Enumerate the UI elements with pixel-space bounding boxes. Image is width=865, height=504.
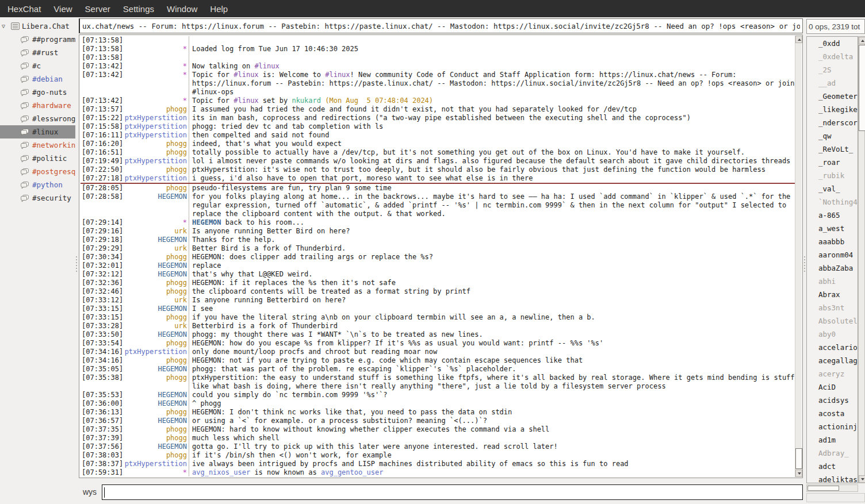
user-list-item[interactable]: a_west <box>807 222 858 235</box>
nick <box>124 53 189 62</box>
chat-message: [07:32:36]phoggHEGEMON: if it replaces t… <box>81 279 795 287</box>
user-list-item[interactable]: _0xdelta <box>807 50 858 63</box>
user-list-pane: _0xdd_0xdelta_2S__ad_Geometer_likegike_n… <box>806 36 865 504</box>
user-list-item[interactable]: _0xdd <box>807 37 858 50</box>
timestamp: [07:13:58] <box>81 45 124 53</box>
user-list-item[interactable]: _ReVoLt_ <box>807 143 858 156</box>
right-pane-resize-handle[interactable] <box>803 255 806 274</box>
channel-row[interactable]: ##rust <box>0 46 75 59</box>
user-list-item[interactable]: abbaZaba <box>807 261 858 275</box>
user-list[interactable]: _0xdd_0xdelta_2S__ad_Geometer_likegike_n… <box>806 36 858 483</box>
user-list-item[interactable]: aaronm04 <box>807 248 858 261</box>
menu-bar: HexChatViewServerSettingsWindowHelp <box>0 0 865 17</box>
user-list-item[interactable]: a-865 <box>807 209 858 222</box>
menu-item[interactable]: Server <box>79 1 117 17</box>
user-list-item[interactable]: abhi <box>807 275 858 288</box>
userlist-hscrollbar[interactable] <box>806 484 858 492</box>
channel-row[interactable]: #linux <box>0 125 75 138</box>
user-list-item[interactable]: _rubik <box>807 169 858 182</box>
user-list-item[interactable]: acegallag <box>807 354 858 367</box>
user-list-item[interactable]: Adbray_ <box>807 447 858 460</box>
user-list-item[interactable]: actioninj <box>807 420 858 433</box>
userlist-scrollbar[interactable] <box>858 36 865 483</box>
server-row[interactable]: ▽ Libera.Chat <box>0 19 75 33</box>
user-list-item[interactable]: __ad <box>807 76 858 90</box>
user-list-item[interactable]: adeliktas <box>807 473 858 483</box>
topic-bar-input[interactable] <box>79 18 803 33</box>
chat-message: [07:30:34]phoggHEGEMON: does clipper add… <box>81 253 795 261</box>
user-list-item[interactable]: accelario <box>807 341 858 354</box>
timestamp: [07:34:16] <box>81 348 124 356</box>
chat-scrollbar-thumb[interactable] <box>795 448 802 469</box>
channel-row[interactable]: #c <box>0 59 75 72</box>
hexchat-window: HexChatViewServerSettingsWindowHelp ▽ Li… <box>0 0 865 504</box>
timestamp: [07:59:31] <box>81 468 124 476</box>
timestamp: [07:32:12] <box>81 270 124 279</box>
user-list-item[interactable]: aceryz <box>807 367 858 380</box>
menu-item[interactable]: Window <box>160 1 204 17</box>
user-list-item[interactable]: Absolutel <box>807 314 858 328</box>
menu-item[interactable]: Settings <box>117 1 160 17</box>
channel-row[interactable]: #networking <box>0 138 75 152</box>
chat-message: [07:32:01]HEGEMONreplace <box>81 261 795 270</box>
scroll-down-icon[interactable] <box>795 470 802 477</box>
timestamp: [07:38:37] <box>81 460 124 468</box>
user-list-item[interactable]: `Nothing4 <box>807 195 858 209</box>
scroll-down-icon[interactable] <box>859 475 865 483</box>
channel-row[interactable]: #go-nuts <box>0 86 75 99</box>
chat-message: [07:28:05]phoggpseudo-filesystems are fu… <box>81 184 795 193</box>
channel-row[interactable]: #security <box>0 191 75 205</box>
message-input[interactable] <box>102 484 803 500</box>
chat-scrollbar[interactable] <box>795 36 802 477</box>
channel-row[interactable]: #debian <box>0 72 75 86</box>
chat-message: [07:32:12]HEGEMONthat's why that L@@KED … <box>81 270 795 279</box>
channel-row[interactable]: #politic <box>0 152 75 165</box>
timestamp: [07:16:20] <box>81 140 124 148</box>
userlist-hscrollbar-thumb[interactable] <box>807 486 839 491</box>
menu-item[interactable]: HexChat <box>1 1 47 17</box>
userlist-scrollbar-thumb[interactable] <box>859 45 865 131</box>
user-list-item[interactable]: _2S <box>807 63 858 76</box>
timestamp: [07:36:13] <box>81 408 124 417</box>
user-list-item[interactable]: aaabbb <box>807 235 858 248</box>
user-list-item[interactable]: adct <box>807 460 858 473</box>
nick: HEGEMON <box>124 305 189 313</box>
channel-row[interactable]: ##programming <box>0 33 75 46</box>
channel-row[interactable]: #hardware <box>0 99 75 112</box>
timestamp: [07:29:29] <box>81 244 124 253</box>
timestamp: [07:16:51] <box>81 148 124 157</box>
channel-row[interactable]: #lesswrong <box>0 112 75 125</box>
chat-message: [07:33:50]HEGEMONphogg: my thought there… <box>81 330 795 339</box>
channel-row[interactable]: #postgresql <box>0 165 75 178</box>
user-list-item[interactable]: _nderscor <box>807 116 858 129</box>
user-list-item[interactable]: _val_ <box>807 182 858 195</box>
nick: phogg <box>124 374 189 391</box>
user-list-item[interactable]: Abrax <box>807 288 858 301</box>
channel-row[interactable]: #python <box>0 178 75 191</box>
user-list-item[interactable]: acosta <box>807 407 858 420</box>
chat-area[interactable]: [07:13:58][07:13:58]*Loaded log from Tue… <box>79 34 803 478</box>
menu-item[interactable]: Help <box>204 1 234 17</box>
scroll-up-icon[interactable] <box>795 36 802 43</box>
user-list-item[interactable]: abs3nt <box>807 301 858 314</box>
user-list-item[interactable]: _roar <box>807 156 858 169</box>
user-list-item[interactable]: _qw <box>807 129 858 143</box>
timestamp: [07:15:22] <box>81 114 124 122</box>
user-list-item[interactable]: AciD <box>807 380 858 394</box>
timestamp: [07:13:57] <box>81 105 124 114</box>
timestamp: [07:32:36] <box>81 279 124 287</box>
timestamp: [07:35:38] <box>81 374 124 391</box>
channel-tree[interactable]: ▽ Libera.Chat ##programming ##rust #c #d… <box>0 17 75 504</box>
message-text: HEGEMON: how do you escape %s from klipp… <box>189 339 795 348</box>
message-text <box>189 36 795 45</box>
left-pane-resize-handle[interactable] <box>75 255 78 274</box>
user-list-item[interactable]: aby0 <box>807 328 858 341</box>
user-list-item[interactable]: ad1m <box>807 433 858 447</box>
menu-item[interactable]: View <box>47 1 78 17</box>
tree-expander-icon[interactable]: ▽ <box>2 23 9 29</box>
scroll-up-icon[interactable] <box>859 37 865 44</box>
user-list-item[interactable]: _likegike <box>807 103 858 116</box>
timestamp: [07:30:34] <box>81 253 124 261</box>
user-list-item[interactable]: _Geometer <box>807 90 858 103</box>
user-list-item[interactable]: acidsys <box>807 394 858 407</box>
